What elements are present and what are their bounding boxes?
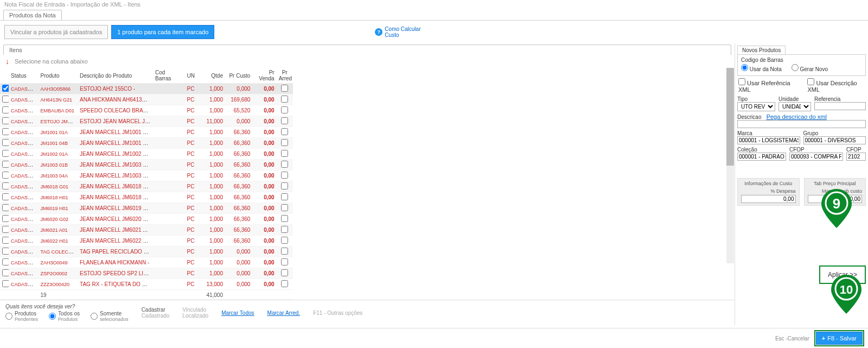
- venda-cell: 0,00: [264, 184, 274, 189]
- margem-input[interactable]: [808, 195, 863, 203]
- pega-desc-link[interactable]: Pega descricao do xml: [767, 113, 827, 120]
- row-checkbox[interactable]: [2, 248, 9, 255]
- arred-checkbox[interactable]: [281, 258, 288, 265]
- arred-checkbox[interactable]: [281, 204, 288, 211]
- table-row[interactable]: CADASTRARJM1002 01AJEAN MARCELL JM1002 0…: [0, 149, 293, 160]
- chk-usar-desc[interactable]: Usar Descrição XML: [807, 78, 865, 93]
- arred-checkbox[interactable]: [281, 150, 288, 157]
- table-row[interactable]: CADASTRARJM1001 04BJEAN MARCELL JM1001 0…: [0, 138, 293, 149]
- col-arred[interactable]: Pr Arred: [277, 68, 293, 84]
- row-checkbox[interactable]: [2, 96, 9, 103]
- table-row[interactable]: CADASTRARJM6021 A01JEAN MARCELL JM6021 A…: [0, 225, 293, 236]
- arred-checkbox[interactable]: [281, 193, 288, 200]
- col-venda[interactable]: Pr Venda: [252, 68, 276, 84]
- col-qtde[interactable]: Qtde: [199, 68, 225, 84]
- table-row[interactable]: CADASTRAREMBAUBA D01SPEEDO COLECAO BRASI…: [0, 105, 293, 116]
- arred-checkbox[interactable]: [281, 96, 288, 103]
- table-row[interactable]: CADASTRARESTOJO JM1 LINHAESTOJO JEAN MAR…: [0, 116, 293, 127]
- grupo-input[interactable]: [803, 136, 866, 144]
- table-row[interactable]: CADASTRARJM1003 01BJEAN MARCELL JM1003 0…: [0, 160, 293, 170]
- table-row[interactable]: CADASTRARZZZ3O00420TAG RX - ETIQUETA DO …: [0, 279, 293, 290]
- cfop2-input[interactable]: [846, 153, 866, 161]
- arred-checkbox[interactable]: [281, 269, 288, 276]
- tipo-select[interactable]: UTO REVENDA: [737, 102, 775, 111]
- arred-checkbox[interactable]: [281, 139, 288, 146]
- col-barras[interactable]: Cod Barras: [153, 68, 184, 84]
- descricao-input[interactable]: [737, 120, 866, 128]
- pct-despesa-input[interactable]: [741, 195, 796, 203]
- produto-cell: JM1003 01B: [41, 162, 68, 168]
- col-custo[interactable]: Pr Custo: [225, 68, 252, 84]
- table-row[interactable]: CADASTRARJM6022 H01JEAN MARCELL JM6022 H…: [0, 236, 293, 246]
- row-checkbox[interactable]: [2, 269, 9, 276]
- table-row[interactable]: CADASTRARJM6018 H01JEAN MARCELL JM6018 H…: [0, 192, 293, 203]
- arred-checkbox[interactable]: [281, 237, 288, 244]
- table-row[interactable]: CADASTRARTAG COLECAO BRASTAG PAPEL RECIC…: [0, 246, 293, 257]
- produto-cell: ZAH3O0049: [41, 260, 68, 265]
- tab-produtos-nota[interactable]: Produtos da Nota: [3, 10, 62, 20]
- vertical-scrollbar[interactable]: [726, 68, 734, 263]
- arred-checkbox[interactable]: [281, 182, 288, 189]
- table-row[interactable]: CADASTRARJM6018 G01JEAN MARCELL JM6018 G…: [0, 181, 293, 192]
- tab-itens[interactable]: Itens: [3, 45, 731, 55]
- marcar-todos-link[interactable]: Marcar Todos: [221, 310, 254, 316]
- vincular-button[interactable]: Vincular a produtos já cadastrados: [4, 25, 108, 39]
- custo-cell: 66,360: [234, 173, 251, 179]
- row-checkbox[interactable]: [2, 85, 9, 92]
- table-row[interactable]: CADASTRARZSP2O0002ESTOJO SPEEDO SP2 LINH…: [0, 268, 293, 279]
- row-checkbox[interactable]: [2, 258, 9, 265]
- table-row[interactable]: CADASTRARJM1001 01AJEAN MARCELL JM1001 0…: [0, 127, 293, 138]
- arred-checkbox[interactable]: [281, 280, 288, 287]
- help-como-calcular[interactable]: ? Como CalcularCusto: [375, 26, 420, 38]
- radio-gerar-novo[interactable]: Gerar Novo: [792, 64, 828, 72]
- selecione-label: Selecione na coluna abaixo: [15, 58, 88, 65]
- col-descricao[interactable]: Descrição do Produto: [78, 68, 153, 84]
- marcar-arred-link[interactable]: Marcar Arred.: [267, 310, 301, 316]
- marca-input[interactable]: [737, 136, 800, 144]
- cfop-input[interactable]: [789, 153, 843, 161]
- row-checkbox[interactable]: [2, 237, 9, 244]
- colecao-input[interactable]: [737, 153, 786, 161]
- table-row[interactable]: CADASTRARAAH3O05866ESTOJO AH2 155CO -PC1…: [0, 84, 293, 94]
- table-row[interactable]: CADASTRARJM6020 G02JEAN MARCELL JM6020 G…: [0, 214, 293, 225]
- row-checkbox[interactable]: [2, 106, 9, 113]
- arred-checkbox[interactable]: [281, 226, 288, 233]
- referencia-input[interactable]: [814, 102, 866, 110]
- radio-selecionados[interactable]: Somenteselecionados: [91, 311, 129, 322]
- table-row[interactable]: CADASTRARZAH3O0049FLANELA ANA HICKMANN -…: [0, 257, 293, 268]
- row-checkbox[interactable]: [2, 128, 9, 135]
- radio-pendentes[interactable]: ProdutosPendentes: [5, 311, 38, 322]
- row-checkbox[interactable]: [2, 117, 9, 124]
- chk-usar-ref[interactable]: Usar Referência XML: [738, 78, 797, 93]
- arred-checkbox[interactable]: [281, 248, 288, 255]
- row-checkbox[interactable]: [2, 204, 9, 211]
- row-checkbox[interactable]: [2, 193, 9, 200]
- row-checkbox[interactable]: [2, 150, 9, 157]
- arred-checkbox[interactable]: [281, 215, 288, 222]
- col-produto[interactable]: Produto: [39, 68, 78, 84]
- um-produto-button[interactable]: 1 produto para cada item marcado: [111, 25, 214, 39]
- aplicar-button[interactable]: Aplicar >>: [819, 265, 866, 284]
- unidade-select[interactable]: UNIDADE: [778, 102, 811, 111]
- arred-checkbox[interactable]: [281, 128, 288, 135]
- arred-checkbox[interactable]: [281, 106, 288, 113]
- col-status[interactable]: Status: [9, 68, 38, 84]
- arred-checkbox[interactable]: [281, 85, 288, 92]
- row-checkbox[interactable]: [2, 172, 9, 179]
- arred-checkbox[interactable]: [281, 161, 288, 168]
- row-checkbox[interactable]: [2, 182, 9, 189]
- row-checkbox[interactable]: [2, 215, 9, 222]
- arred-checkbox[interactable]: [281, 172, 288, 179]
- arred-checkbox[interactable]: [281, 117, 288, 124]
- tab-novos-produtos[interactable]: Novos Produtos: [737, 46, 786, 54]
- table-row[interactable]: CADASTRARAH6413N G21ANA HICKMANN AH6413N…: [0, 94, 293, 105]
- radio-todos[interactable]: Todos osProdutos: [49, 311, 80, 322]
- row-checkbox[interactable]: [2, 161, 9, 168]
- radio-usar-nota[interactable]: Usar da Nota: [741, 64, 782, 72]
- row-checkbox[interactable]: [2, 226, 9, 233]
- table-row[interactable]: CADASTRARJM6019 H01JEAN MARCELL JM6019 H…: [0, 203, 293, 214]
- row-checkbox[interactable]: [2, 280, 9, 287]
- row-checkbox[interactable]: [2, 139, 9, 146]
- col-un[interactable]: UN: [184, 68, 199, 84]
- table-row[interactable]: CADASTRARJM1003 04AJEAN MARCELL JM1003 0…: [0, 170, 293, 181]
